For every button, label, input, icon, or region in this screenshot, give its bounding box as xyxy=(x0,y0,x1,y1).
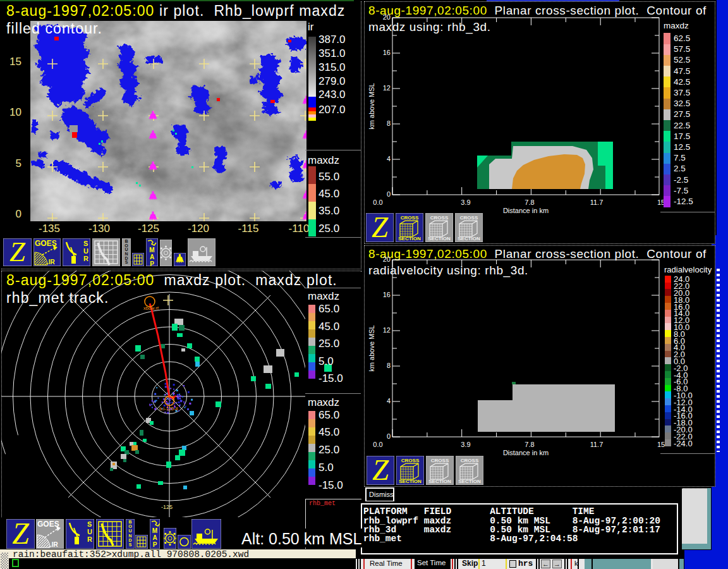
svg-text:16: 16 xyxy=(383,49,391,56)
svg-text:D: D xyxy=(128,538,131,542)
svg-text:CROSS: CROSS xyxy=(430,215,449,221)
svg-text:0.0: 0.0 xyxy=(373,199,382,206)
svg-text:R: R xyxy=(83,255,88,262)
svg-text:20: 20 xyxy=(383,255,391,263)
svg-text:b.i-125-8: b.i-125-8 xyxy=(159,406,178,412)
svg-text:A: A xyxy=(150,254,154,260)
svg-text:O: O xyxy=(128,524,132,529)
svg-text:-125: -125 xyxy=(161,504,173,510)
svg-text:S: S xyxy=(125,260,128,264)
svg-text:S: S xyxy=(87,520,92,528)
svg-text:3.9: 3.9 xyxy=(461,199,470,206)
svg-text:Z: Z xyxy=(372,456,389,485)
svg-text:7.8: 7.8 xyxy=(525,441,534,448)
svg-text:U: U xyxy=(128,529,131,533)
svg-text:0.0: 0.0 xyxy=(373,441,382,448)
svg-text:12: 12 xyxy=(383,84,391,92)
svg-text:8: 8 xyxy=(387,362,391,369)
svg-text:8: 8 xyxy=(387,119,391,127)
svg-text:S: S xyxy=(83,240,88,247)
svg-text:R: R xyxy=(87,535,92,543)
svg-text:M: M xyxy=(152,527,157,534)
svg-text:11.7: 11.7 xyxy=(590,199,604,206)
svg-text:.IR: .IR xyxy=(47,259,56,266)
svg-text:11.7: 11.7 xyxy=(590,441,604,448)
svg-text:0: 0 xyxy=(387,190,391,198)
svg-text:km above MSL: km above MSL xyxy=(368,325,375,371)
svg-text:GOES: GOES xyxy=(37,520,59,529)
svg-text:Z: Z xyxy=(372,213,389,242)
svg-text:.IR: .IR xyxy=(50,541,59,548)
svg-text:Z: Z xyxy=(12,519,30,549)
svg-text:Z: Z xyxy=(9,238,26,266)
svg-text:U: U xyxy=(87,528,92,535)
svg-text:P: P xyxy=(153,541,157,548)
svg-text:N: N xyxy=(128,534,131,538)
svg-text:S: S xyxy=(129,542,132,547)
svg-text:km above MSL: km above MSL xyxy=(368,83,375,129)
svg-text:A: A xyxy=(152,534,157,541)
svg-text:7.8: 7.8 xyxy=(525,199,534,206)
svg-text:M: M xyxy=(149,247,154,254)
svg-text:3.9: 3.9 xyxy=(461,441,470,448)
svg-text:U: U xyxy=(83,247,88,255)
svg-text:P: P xyxy=(150,260,154,266)
svg-text:CROSS: CROSS xyxy=(401,458,420,463)
svg-text:15: 15 xyxy=(657,441,665,448)
svg-text:12: 12 xyxy=(383,326,391,334)
svg-text:20: 20 xyxy=(383,13,391,21)
svg-text:CROSS: CROSS xyxy=(461,458,479,463)
svg-text:4: 4 xyxy=(387,155,391,162)
svg-text:B: B xyxy=(128,520,131,524)
svg-text:xbow.rf: xbow.rf xyxy=(143,305,159,311)
svg-text:Distance in km: Distance in km xyxy=(503,449,549,456)
svg-text:CROSS: CROSS xyxy=(460,215,478,221)
svg-text:16: 16 xyxy=(383,291,391,298)
svg-text:CROSS: CROSS xyxy=(401,215,419,221)
svg-text:Distance in km: Distance in km xyxy=(503,207,549,214)
svg-text:CROSS: CROSS xyxy=(431,458,449,463)
svg-text:0: 0 xyxy=(387,432,391,440)
svg-text:4: 4 xyxy=(387,397,391,405)
